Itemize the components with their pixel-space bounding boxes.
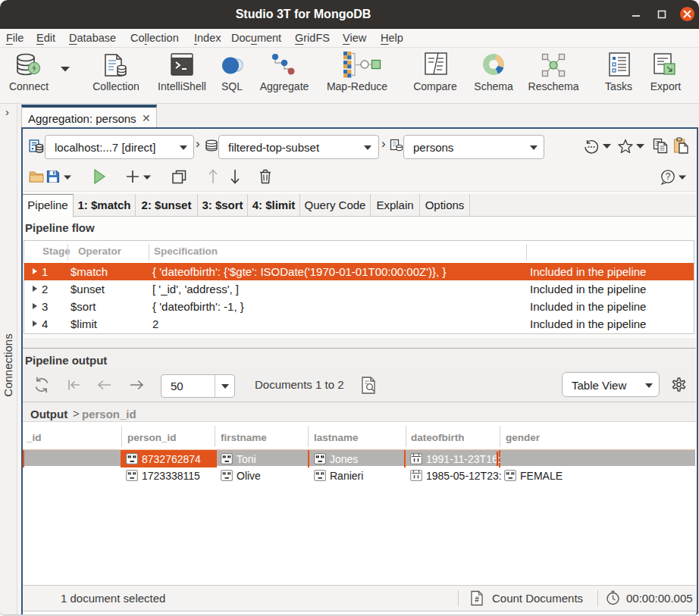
svg-text:#: #: [475, 596, 479, 604]
svg-text:?: ?: [666, 171, 671, 182]
